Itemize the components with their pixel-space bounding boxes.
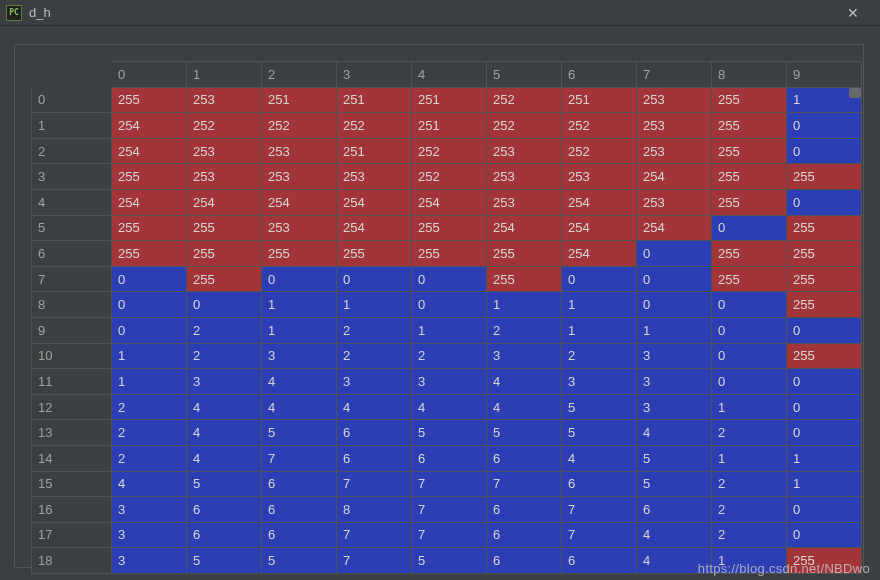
grid-cell[interactable]: 5: [262, 420, 337, 446]
grid-cell[interactable]: 4: [112, 471, 187, 497]
grid-cell[interactable]: 253: [487, 164, 562, 190]
grid-cell[interactable]: 253: [262, 138, 337, 164]
grid-cell[interactable]: 255: [787, 215, 862, 241]
grid-cell[interactable]: 2: [412, 343, 487, 369]
grid-cell[interactable]: 0: [112, 292, 187, 318]
grid-cell[interactable]: 1: [262, 292, 337, 318]
grid-cell[interactable]: 7: [412, 471, 487, 497]
grid-cell[interactable]: 253: [262, 215, 337, 241]
grid-cell[interactable]: 0: [637, 266, 712, 292]
grid-cell[interactable]: 0: [787, 138, 862, 164]
grid-cell[interactable]: 255: [712, 241, 787, 267]
grid-cell[interactable]: 2: [712, 497, 787, 523]
grid-cell[interactable]: 251: [412, 113, 487, 139]
grid-cell[interactable]: 6: [637, 497, 712, 523]
grid-cell[interactable]: 0: [412, 292, 487, 318]
grid-cell[interactable]: 3: [637, 394, 712, 420]
grid-cell[interactable]: 3: [562, 369, 637, 395]
grid-cell[interactable]: 254: [637, 164, 712, 190]
grid-cell[interactable]: 253: [637, 189, 712, 215]
grid-cell[interactable]: 7: [262, 445, 337, 471]
grid-cell[interactable]: 1: [562, 317, 637, 343]
grid-cell[interactable]: 255: [112, 215, 187, 241]
grid-cell[interactable]: 1: [337, 292, 412, 318]
grid-cell[interactable]: 255: [787, 343, 862, 369]
grid-cell[interactable]: 255: [712, 138, 787, 164]
grid-cell[interactable]: 1: [712, 394, 787, 420]
grid-cell[interactable]: 0: [412, 266, 487, 292]
grid-cell[interactable]: 7: [487, 471, 562, 497]
grid-cell[interactable]: 255: [337, 241, 412, 267]
grid-cell[interactable]: 0: [262, 266, 337, 292]
grid-cell[interactable]: 2: [712, 471, 787, 497]
grid-cell[interactable]: 7: [562, 522, 637, 548]
grid-cell[interactable]: 5: [487, 420, 562, 446]
grid-cell[interactable]: 6: [262, 522, 337, 548]
grid-cell[interactable]: 4: [562, 445, 637, 471]
grid-cell[interactable]: 252: [562, 138, 637, 164]
grid-cell[interactable]: 251: [337, 138, 412, 164]
grid-cell[interactable]: 255: [412, 241, 487, 267]
grid-cell[interactable]: 0: [787, 394, 862, 420]
grid-cell[interactable]: 3: [637, 343, 712, 369]
grid-cell[interactable]: 0: [112, 266, 187, 292]
grid-cell[interactable]: 252: [412, 138, 487, 164]
grid-cell[interactable]: 253: [262, 164, 337, 190]
grid-cell[interactable]: 255: [262, 241, 337, 267]
grid-cell[interactable]: 255: [712, 164, 787, 190]
row-header[interactable]: 13: [32, 420, 112, 446]
grid-cell[interactable]: 0: [112, 317, 187, 343]
grid-cell[interactable]: 255: [787, 241, 862, 267]
grid-cell[interactable]: 0: [712, 215, 787, 241]
grid-cell[interactable]: 2: [187, 317, 262, 343]
grid-cell[interactable]: 254: [487, 215, 562, 241]
grid-cell[interactable]: 6: [337, 420, 412, 446]
grid-cell[interactable]: 255: [187, 215, 262, 241]
grid-cell[interactable]: 254: [112, 189, 187, 215]
grid-cell[interactable]: 6: [562, 471, 637, 497]
grid-cell[interactable]: 7: [412, 522, 487, 548]
column-header[interactable]: 7: [637, 62, 712, 88]
grid-cell[interactable]: 254: [262, 189, 337, 215]
grid-cell[interactable]: 0: [712, 292, 787, 318]
grid-cell[interactable]: 1: [112, 369, 187, 395]
column-header[interactable]: 3: [337, 62, 412, 88]
grid-cell[interactable]: 7: [412, 497, 487, 523]
close-button[interactable]: ✕: [832, 1, 874, 25]
grid-cell[interactable]: 255: [712, 113, 787, 139]
grid-cell[interactable]: 3: [637, 369, 712, 395]
row-header[interactable]: 1: [32, 113, 112, 139]
grid-cell[interactable]: 252: [187, 113, 262, 139]
grid-cell[interactable]: 6: [262, 471, 337, 497]
row-header[interactable]: 8: [32, 292, 112, 318]
grid-cell[interactable]: 4: [412, 394, 487, 420]
grid-cell[interactable]: 253: [487, 189, 562, 215]
grid-cell[interactable]: 0: [787, 420, 862, 446]
grid-cell[interactable]: 4: [187, 394, 262, 420]
row-header[interactable]: 14: [32, 445, 112, 471]
grid-cell[interactable]: 252: [487, 87, 562, 113]
grid-cell[interactable]: 253: [187, 138, 262, 164]
grid-cell[interactable]: 255: [112, 87, 187, 113]
grid-cell[interactable]: 255: [712, 87, 787, 113]
grid-cell[interactable]: 255: [787, 292, 862, 318]
grid-cell[interactable]: 0: [637, 241, 712, 267]
grid-cell[interactable]: 3: [487, 343, 562, 369]
row-header[interactable]: 12: [32, 394, 112, 420]
grid-cell[interactable]: 3: [337, 369, 412, 395]
grid-cell[interactable]: 255: [787, 164, 862, 190]
grid-cell[interactable]: 253: [487, 138, 562, 164]
grid-cell[interactable]: 254: [637, 215, 712, 241]
grid-cell[interactable]: 5: [412, 420, 487, 446]
grid-cell[interactable]: 252: [262, 113, 337, 139]
grid-cell[interactable]: 7: [337, 522, 412, 548]
grid-cell[interactable]: 2: [712, 420, 787, 446]
grid-cell[interactable]: 254: [187, 189, 262, 215]
grid-cell[interactable]: 3: [112, 522, 187, 548]
grid-cell[interactable]: 254: [562, 189, 637, 215]
grid-cell[interactable]: 5: [187, 548, 262, 574]
grid-cell[interactable]: 1: [712, 548, 787, 574]
grid-cell[interactable]: 4: [262, 369, 337, 395]
grid-cell[interactable]: 6: [337, 445, 412, 471]
grid-cell[interactable]: 6: [487, 548, 562, 574]
